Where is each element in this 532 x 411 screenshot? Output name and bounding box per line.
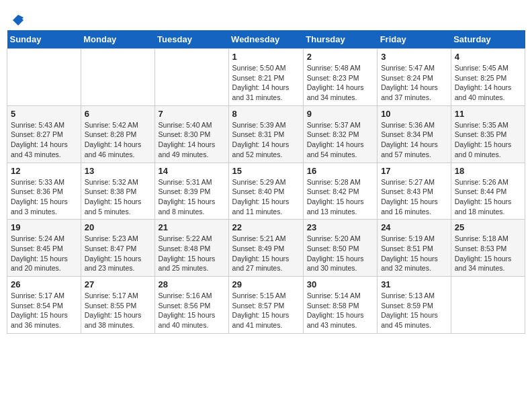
logo xyxy=(10,13,25,27)
calendar-day-30: 30Sunrise: 5:14 AMSunset: 8:58 PMDayligh… xyxy=(303,277,377,334)
day-number: 17 xyxy=(381,166,447,176)
day-info: Sunrise: 5:45 AMSunset: 8:25 PMDaylight:… xyxy=(455,63,521,103)
day-number: 22 xyxy=(232,222,300,232)
day-number: 27 xyxy=(85,279,151,289)
day-number: 20 xyxy=(85,222,151,232)
day-info: Sunrise: 5:16 AMSunset: 8:56 PMDaylight:… xyxy=(159,291,225,330)
day-number: 14 xyxy=(159,166,225,176)
calendar-day-16: 16Sunrise: 5:28 AMSunset: 8:42 PMDayligh… xyxy=(303,163,377,220)
day-number: 16 xyxy=(307,166,373,176)
weekday-header-row: SundayMondayTuesdayWednesdayThursdayFrid… xyxy=(7,30,525,49)
day-info: Sunrise: 5:13 AMSunset: 8:59 PMDaylight:… xyxy=(381,291,447,330)
calendar-day-14: 14Sunrise: 5:31 AMSunset: 8:39 PMDayligh… xyxy=(154,163,228,220)
day-number: 23 xyxy=(307,222,373,232)
day-info: Sunrise: 5:18 AMSunset: 8:53 PMDaylight:… xyxy=(455,234,521,273)
calendar-empty-cell xyxy=(154,49,228,106)
calendar-day-13: 13Sunrise: 5:32 AMSunset: 8:38 PMDayligh… xyxy=(81,163,154,220)
weekday-header-tuesday: Tuesday xyxy=(154,30,228,49)
calendar-day-17: 17Sunrise: 5:27 AMSunset: 8:43 PMDayligh… xyxy=(378,163,451,220)
calendar-week-row: 12Sunrise: 5:33 AMSunset: 8:36 PMDayligh… xyxy=(7,163,525,220)
day-number: 7 xyxy=(159,109,225,119)
calendar-day-2: 2Sunrise: 5:48 AMSunset: 8:23 PMDaylight… xyxy=(303,49,377,106)
day-number: 19 xyxy=(11,222,77,232)
calendar-day-18: 18Sunrise: 5:26 AMSunset: 8:44 PMDayligh… xyxy=(451,163,525,220)
day-number: 1 xyxy=(232,52,300,62)
calendar-day-27: 27Sunrise: 5:17 AMSunset: 8:55 PMDayligh… xyxy=(81,277,154,334)
day-info: Sunrise: 5:32 AMSunset: 8:38 PMDaylight:… xyxy=(85,177,151,217)
calendar-day-24: 24Sunrise: 5:19 AMSunset: 8:51 PMDayligh… xyxy=(378,220,451,277)
logo-icon xyxy=(11,13,25,27)
calendar-week-row: 5Sunrise: 5:43 AMSunset: 8:27 PMDaylight… xyxy=(7,105,525,163)
calendar-day-11: 11Sunrise: 5:35 AMSunset: 8:35 PMDayligh… xyxy=(451,105,525,163)
day-info: Sunrise: 5:31 AMSunset: 8:39 PMDaylight:… xyxy=(159,177,225,217)
calendar-day-29: 29Sunrise: 5:15 AMSunset: 8:57 PMDayligh… xyxy=(228,277,303,334)
calendar-day-28: 28Sunrise: 5:16 AMSunset: 8:56 PMDayligh… xyxy=(154,277,228,334)
day-info: Sunrise: 5:19 AMSunset: 8:51 PMDaylight:… xyxy=(381,234,447,273)
day-info: Sunrise: 5:42 AMSunset: 8:28 PMDaylight:… xyxy=(85,120,151,160)
calendar-day-15: 15Sunrise: 5:29 AMSunset: 8:40 PMDayligh… xyxy=(228,163,303,220)
day-number: 6 xyxy=(85,109,151,119)
calendar-day-20: 20Sunrise: 5:23 AMSunset: 8:47 PMDayligh… xyxy=(81,220,154,277)
day-info: Sunrise: 5:17 AMSunset: 8:54 PMDaylight:… xyxy=(11,291,77,330)
day-info: Sunrise: 5:17 AMSunset: 8:55 PMDaylight:… xyxy=(85,291,151,330)
calendar-day-9: 9Sunrise: 5:37 AMSunset: 8:32 PMDaylight… xyxy=(303,105,377,163)
day-info: Sunrise: 5:40 AMSunset: 8:30 PMDaylight:… xyxy=(159,120,225,160)
day-number: 29 xyxy=(232,279,300,289)
day-info: Sunrise: 5:15 AMSunset: 8:57 PMDaylight:… xyxy=(232,291,300,330)
calendar-week-row: 19Sunrise: 5:24 AMSunset: 8:45 PMDayligh… xyxy=(7,220,525,277)
day-info: Sunrise: 5:20 AMSunset: 8:50 PMDaylight:… xyxy=(307,234,373,273)
day-info: Sunrise: 5:35 AMSunset: 8:35 PMDaylight:… xyxy=(455,120,521,160)
day-info: Sunrise: 5:24 AMSunset: 8:45 PMDaylight:… xyxy=(11,234,77,273)
weekday-header-monday: Monday xyxy=(81,30,154,49)
calendar-day-21: 21Sunrise: 5:22 AMSunset: 8:48 PMDayligh… xyxy=(154,220,228,277)
weekday-header-saturday: Saturday xyxy=(451,30,525,49)
calendar-day-5: 5Sunrise: 5:43 AMSunset: 8:27 PMDaylight… xyxy=(7,105,81,163)
day-number: 28 xyxy=(159,279,225,289)
svg-marker-0 xyxy=(13,15,24,26)
day-info: Sunrise: 5:23 AMSunset: 8:47 PMDaylight:… xyxy=(85,234,151,273)
day-number: 3 xyxy=(381,52,447,62)
calendar-week-row: 1Sunrise: 5:50 AMSunset: 8:21 PMDaylight… xyxy=(7,49,525,106)
day-info: Sunrise: 5:27 AMSunset: 8:43 PMDaylight:… xyxy=(381,177,447,217)
day-info: Sunrise: 5:36 AMSunset: 8:34 PMDaylight:… xyxy=(381,120,447,160)
calendar-day-3: 3Sunrise: 5:47 AMSunset: 8:24 PMDaylight… xyxy=(378,49,451,106)
day-number: 12 xyxy=(11,166,77,176)
day-number: 13 xyxy=(85,166,151,176)
day-info: Sunrise: 5:21 AMSunset: 8:49 PMDaylight:… xyxy=(232,234,300,273)
calendar-day-4: 4Sunrise: 5:45 AMSunset: 8:25 PMDaylight… xyxy=(451,49,525,106)
day-info: Sunrise: 5:39 AMSunset: 8:31 PMDaylight:… xyxy=(232,120,300,160)
day-number: 4 xyxy=(455,52,521,62)
day-info: Sunrise: 5:28 AMSunset: 8:42 PMDaylight:… xyxy=(307,177,373,217)
day-number: 8 xyxy=(232,109,300,119)
day-number: 21 xyxy=(159,222,225,232)
calendar-day-6: 6Sunrise: 5:42 AMSunset: 8:28 PMDaylight… xyxy=(81,105,154,163)
page-header xyxy=(7,7,525,30)
day-info: Sunrise: 5:22 AMSunset: 8:48 PMDaylight:… xyxy=(159,234,225,273)
day-number: 10 xyxy=(381,109,447,119)
day-number: 2 xyxy=(307,52,373,62)
day-info: Sunrise: 5:48 AMSunset: 8:23 PMDaylight:… xyxy=(307,63,373,103)
day-number: 31 xyxy=(381,279,447,289)
calendar-day-7: 7Sunrise: 5:40 AMSunset: 8:30 PMDaylight… xyxy=(154,105,228,163)
day-number: 18 xyxy=(455,166,521,176)
day-number: 30 xyxy=(307,279,373,289)
calendar-day-22: 22Sunrise: 5:21 AMSunset: 8:49 PMDayligh… xyxy=(228,220,303,277)
calendar-empty-cell xyxy=(7,49,81,106)
calendar-day-10: 10Sunrise: 5:36 AMSunset: 8:34 PMDayligh… xyxy=(378,105,451,163)
day-number: 5 xyxy=(11,109,77,119)
calendar-week-row: 26Sunrise: 5:17 AMSunset: 8:54 PMDayligh… xyxy=(7,277,525,334)
calendar-day-31: 31Sunrise: 5:13 AMSunset: 8:59 PMDayligh… xyxy=(378,277,451,334)
day-info: Sunrise: 5:47 AMSunset: 8:24 PMDaylight:… xyxy=(381,63,447,103)
day-info: Sunrise: 5:37 AMSunset: 8:32 PMDaylight:… xyxy=(307,120,373,160)
calendar-day-23: 23Sunrise: 5:20 AMSunset: 8:50 PMDayligh… xyxy=(303,220,377,277)
day-info: Sunrise: 5:33 AMSunset: 8:36 PMDaylight:… xyxy=(11,177,77,217)
calendar-day-12: 12Sunrise: 5:33 AMSunset: 8:36 PMDayligh… xyxy=(7,163,81,220)
weekday-header-thursday: Thursday xyxy=(303,30,377,49)
day-number: 25 xyxy=(455,222,521,232)
day-number: 9 xyxy=(307,109,373,119)
calendar-day-25: 25Sunrise: 5:18 AMSunset: 8:53 PMDayligh… xyxy=(451,220,525,277)
day-number: 11 xyxy=(455,109,521,119)
calendar-day-19: 19Sunrise: 5:24 AMSunset: 8:45 PMDayligh… xyxy=(7,220,81,277)
day-info: Sunrise: 5:26 AMSunset: 8:44 PMDaylight:… xyxy=(455,177,521,217)
weekday-header-friday: Friday xyxy=(378,30,451,49)
